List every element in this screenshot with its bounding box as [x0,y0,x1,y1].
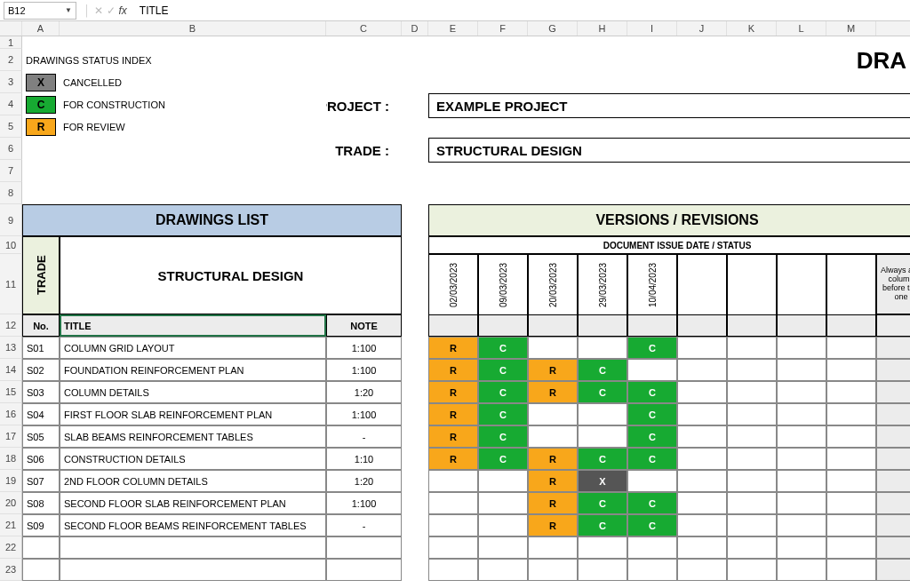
revision-cell[interactable] [677,559,727,581]
revision-cell[interactable]: R [528,359,578,381]
revision-cell[interactable]: C [478,425,528,448]
drawing-note[interactable]: - [326,425,402,448]
revision-cell[interactable] [677,536,727,559]
revision-cell[interactable] [777,470,826,492]
row-header[interactable]: 18 [0,448,22,470]
revision-cell[interactable] [677,514,727,536]
row-header[interactable]: 10 [0,236,22,254]
revision-cell[interactable] [826,536,876,559]
row-header[interactable]: 22 [0,536,22,559]
project-input[interactable]: EXAMPLE PROJECT [428,93,910,118]
revision-cell[interactable] [528,337,578,359]
revision-cell[interactable]: R [528,448,578,470]
empty-note[interactable] [326,559,402,581]
revision-cell[interactable]: R [428,337,478,359]
row-header[interactable]: 5 [0,115,22,138]
revision-cell[interactable] [627,470,677,492]
revision-cell[interactable]: C [627,514,677,536]
revision-cell[interactable] [677,492,727,514]
revision-cell[interactable] [826,337,876,359]
col-header[interactable]: K [727,21,777,36]
row-header[interactable]: 6 [0,138,22,160]
revision-cell[interactable] [677,337,727,359]
revision-cell[interactable] [727,337,777,359]
drawing-no[interactable]: S07 [22,470,60,492]
drawing-no[interactable]: S09 [22,514,60,536]
spreadsheet-grid[interactable]: 1234567891011121314151617181920212223DRA… [0,36,910,581]
drawing-title[interactable]: 2ND FLOOR COLUMN DETAILS [60,470,326,492]
col-title-header[interactable]: TITLE [60,314,326,337]
drawing-title[interactable]: SECOND FLOOR SLAB REINFORCEMENT PLAN [60,492,326,514]
revision-cell[interactable]: R [428,381,478,403]
revision-cell[interactable]: C [627,337,677,359]
drawing-title[interactable]: FOUNDATION REINFORCEMENT PLAN [60,359,326,381]
row-header[interactable]: 19 [0,470,22,492]
drawing-title[interactable]: FIRST FLOOR SLAB REINFORCEMENT PLAN [60,403,326,425]
row-header[interactable]: 21 [0,514,22,536]
revision-cell[interactable] [727,403,777,425]
drawing-title[interactable]: SECOND FLOOR BEAMS REINFORCEMENT TABLES [60,514,326,536]
revision-cell[interactable]: R [528,514,578,536]
revision-cell[interactable] [578,425,627,448]
revision-cell[interactable]: C [627,425,677,448]
drawing-note[interactable]: 1:20 [326,470,402,492]
drawing-no[interactable]: S06 [22,448,60,470]
revision-cell[interactable] [826,359,876,381]
col-header[interactable]: B [60,21,326,36]
row-header[interactable]: 12 [0,314,22,337]
drawing-note[interactable]: 1:100 [326,403,402,425]
revision-cell[interactable] [528,403,578,425]
col-header[interactable]: H [578,21,627,36]
revision-cell[interactable] [777,425,826,448]
name-box[interactable]: B12 ▼ [4,2,76,20]
revision-cell[interactable] [627,536,677,559]
row-header[interactable]: 11 [0,254,22,314]
revision-cell[interactable]: R [428,448,478,470]
empty-title[interactable] [60,559,326,581]
revision-cell[interactable] [578,337,627,359]
cancel-icon[interactable]: ✕ [94,4,103,17]
drawing-title[interactable]: COLUMN DETAILS [60,381,326,403]
revision-cell[interactable]: R [528,470,578,492]
revision-cell[interactable]: C [478,448,528,470]
col-header[interactable]: I [627,21,677,36]
drawing-no[interactable]: S08 [22,492,60,514]
revision-cell[interactable] [727,536,777,559]
drawing-note[interactable]: 1:10 [326,448,402,470]
revision-cell[interactable] [777,514,826,536]
revision-cell[interactable] [826,514,876,536]
col-header[interactable]: A [22,21,60,36]
revision-cell[interactable]: C [478,359,528,381]
revision-cell[interactable] [428,559,478,581]
revision-cell[interactable] [727,425,777,448]
chevron-down-icon[interactable]: ▼ [65,6,72,14]
revision-cell[interactable] [777,492,826,514]
drawing-title[interactable]: SLAB BEAMS REINFORCEMENT TABLES [60,425,326,448]
row-header[interactable]: 2 [0,49,22,71]
revision-cell[interactable] [777,403,826,425]
revision-cell[interactable] [777,448,826,470]
drawing-no[interactable]: S01 [22,337,60,359]
revision-cell[interactable]: C [578,492,627,514]
revision-cell[interactable] [826,448,876,470]
drawing-note[interactable]: 1:100 [326,359,402,381]
revision-cell[interactable]: C [578,381,627,403]
row-header[interactable]: 8 [0,182,22,204]
drawing-no[interactable]: S02 [22,359,60,381]
empty-title[interactable] [60,536,326,559]
revision-cell[interactable] [578,559,627,581]
empty-no[interactable] [22,559,60,581]
drawing-note[interactable]: 1:100 [326,337,402,359]
revision-cell[interactable] [478,492,528,514]
revision-cell[interactable] [627,559,677,581]
revision-cell[interactable]: R [528,381,578,403]
row-header[interactable]: 14 [0,359,22,381]
revision-cell[interactable]: C [627,492,677,514]
revision-cell[interactable] [727,381,777,403]
revision-cell[interactable] [777,536,826,559]
revision-cell[interactable]: C [627,448,677,470]
revision-cell[interactable]: R [528,492,578,514]
drawing-note[interactable]: - [326,514,402,536]
revision-cell[interactable] [478,470,528,492]
revision-cell[interactable] [777,381,826,403]
